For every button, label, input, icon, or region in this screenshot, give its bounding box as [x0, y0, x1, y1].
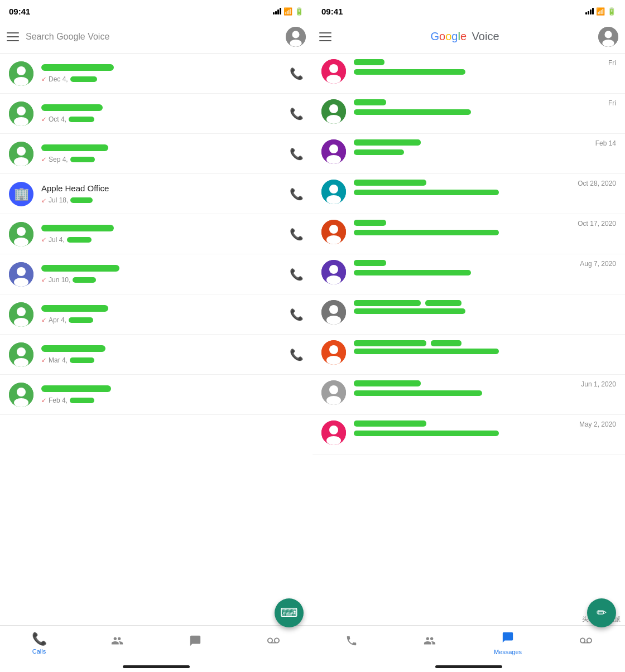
- check-icon: ↙: [41, 397, 46, 404]
- hamburger-menu-icon[interactable]: [319, 32, 331, 41]
- call-item[interactable]: ↙ Jul 4, 📞: [0, 214, 312, 254]
- name-bar: [41, 64, 114, 71]
- message-item[interactable]: Oct 28, 2020: [312, 174, 625, 214]
- nav-calls[interactable]: 📞 Calls: [0, 626, 78, 661]
- msg-top-row: Feb 14: [354, 139, 616, 147]
- name-bar-2: [425, 300, 461, 306]
- call-item[interactable]: ↙ Oct 4, 📞: [0, 94, 312, 134]
- svg-point-44: [326, 235, 341, 244]
- msg-top-row: Jun 1, 2020: [354, 380, 616, 388]
- call-item[interactable]: ↙ Apr 4, 📞: [0, 294, 312, 335]
- msg-content: Oct 17, 2020: [354, 220, 616, 235]
- contact-avatar-building: 🏢: [9, 182, 33, 206]
- name-bar: [354, 340, 426, 346]
- message-item[interactable]: Aug 7, 2020: [312, 254, 625, 294]
- message-item[interactable]: [312, 335, 625, 375]
- svg-point-56: [326, 396, 341, 405]
- call-phone-icon[interactable]: 📞: [290, 348, 304, 361]
- contact-avatar: [9, 101, 33, 126]
- wifi-icon: 📶: [283, 7, 292, 16]
- contact-avatar: [321, 380, 346, 405]
- call-item[interactable]: ↙ Dec 4, 📞: [0, 54, 312, 94]
- message-item[interactable]: Oct 17, 2020: [312, 214, 625, 254]
- name-bar: [41, 104, 103, 111]
- bottom-nav-right: Messages: [312, 625, 625, 661]
- nav-contacts[interactable]: [391, 626, 469, 661]
- svg-point-4: [17, 66, 26, 75]
- nav-voicemail[interactable]: [547, 626, 625, 661]
- call-item[interactable]: ↙ Feb 4,: [0, 375, 312, 415]
- calls-icon: [345, 635, 358, 650]
- svg-point-16: [17, 267, 26, 276]
- nav-calls[interactable]: [312, 626, 391, 661]
- logo-text: Google Voice: [431, 30, 499, 43]
- svg-point-43: [329, 225, 338, 234]
- call-item[interactable]: ↙ Jun 10, 📞: [0, 254, 312, 294]
- msg-date: May 2, 2020: [579, 420, 616, 428]
- avatar[interactable]: [286, 27, 306, 47]
- message-item[interactable]: [312, 294, 625, 335]
- right-phone: 09:41 📶 🔋 Google Voice: [312, 0, 625, 672]
- contact-date: ↙ Jun 10,: [41, 276, 285, 284]
- message-item[interactable]: Jun 1, 2020: [312, 375, 625, 415]
- compose-fab[interactable]: ✏: [587, 598, 616, 627]
- contact-date: ↙ Jul 18,: [41, 196, 285, 204]
- name-bar: [354, 99, 386, 105]
- contact-avatar: [9, 302, 33, 327]
- message-item[interactable]: Feb 14: [312, 134, 625, 174]
- message-item[interactable]: Fri: [312, 94, 625, 134]
- hamburger-menu-icon[interactable]: [7, 32, 19, 41]
- call-phone-icon[interactable]: 📞: [290, 67, 304, 80]
- call-item[interactable]: ↙ Mar 4, 📞: [0, 335, 312, 375]
- date-bar: [67, 237, 92, 243]
- call-phone-icon[interactable]: 📞: [290, 107, 304, 120]
- svg-point-41: [326, 195, 341, 204]
- check-icon: ↙: [41, 356, 46, 364]
- call-phone-icon[interactable]: 📞: [290, 228, 304, 241]
- preview-bar: [354, 149, 404, 155]
- nav-messages[interactable]: Messages: [469, 626, 547, 661]
- msg-date: Oct 28, 2020: [578, 180, 616, 187]
- contact-info: ↙ Jun 10,: [41, 265, 285, 284]
- messages-icon: [189, 635, 201, 650]
- msg-content: Fri: [354, 59, 616, 75]
- svg-point-28: [604, 31, 612, 38]
- svg-point-37: [329, 144, 338, 153]
- date-text: Jun 10,: [49, 276, 70, 284]
- date-bar: [73, 277, 96, 283]
- call-phone-icon[interactable]: 📞: [290, 308, 304, 321]
- contact-avatar: [321, 340, 346, 365]
- search-input[interactable]: Search Google Voice: [26, 32, 279, 42]
- calls-icon: 📞: [32, 632, 47, 646]
- home-bar: [435, 665, 502, 668]
- message-item[interactable]: May 2, 2020: [312, 415, 625, 455]
- svg-point-23: [14, 358, 28, 367]
- call-phone-icon[interactable]: 📞: [290, 187, 304, 201]
- call-phone-icon[interactable]: 📞: [290, 147, 304, 161]
- svg-point-52: [329, 345, 338, 354]
- preview-bar: [354, 308, 465, 314]
- avatar[interactable]: [598, 27, 618, 47]
- nav-contacts[interactable]: [78, 626, 156, 661]
- call-phone-icon[interactable]: 📞: [290, 268, 304, 281]
- check-icon: ↙: [41, 197, 46, 204]
- status-icons-left: 📶 🔋: [273, 7, 304, 16]
- call-item[interactable]: ↙ Sep 4, 📞: [0, 134, 312, 174]
- msg-content: [354, 340, 616, 354]
- contact-info: ↙ Dec 4,: [41, 64, 285, 83]
- message-item[interactable]: Fri: [312, 54, 625, 94]
- preview-bar: [354, 69, 465, 75]
- msg-content: Feb 14: [354, 139, 616, 155]
- voicemail-icon: [580, 635, 592, 650]
- search-bar[interactable]: Search Google Voice: [0, 20, 312, 54]
- nav-voicemail[interactable]: [234, 626, 312, 661]
- contact-info: ↙ Jul 4,: [41, 225, 285, 244]
- dialpad-fab[interactable]: ⌨: [275, 598, 304, 627]
- contact-date: ↙ Sep 4,: [41, 156, 285, 163]
- call-item[interactable]: 🏢 Apple Head Office ↙ Jul 18, 📞: [0, 174, 312, 214]
- name-bar: [354, 180, 426, 186]
- message-list: Fri Fri: [312, 54, 625, 625]
- calls-label: Calls: [32, 648, 46, 655]
- contact-avatar: [321, 99, 346, 124]
- nav-messages[interactable]: [156, 626, 234, 661]
